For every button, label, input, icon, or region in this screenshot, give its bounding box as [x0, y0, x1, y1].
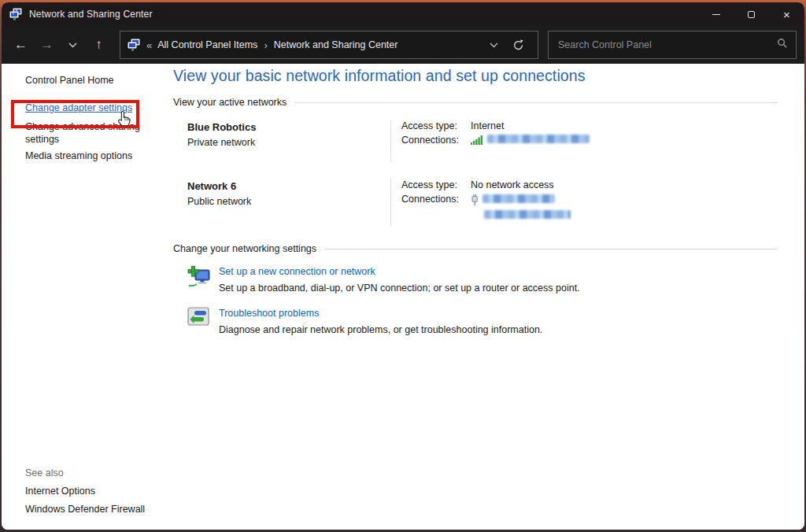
networking-settings-list: Set up a new connection or network Set u… [173, 264, 778, 335]
forward-button[interactable]: → [34, 31, 60, 58]
navigation-bar: ← → ↑ « All Control Panel Items [2, 26, 804, 64]
network-sharing-center-window: Network and Sharing Center × ← → ↑ [0, 0, 806, 532]
section-divider [324, 249, 778, 249]
search-box [548, 31, 797, 59]
access-type-label: Access type: [401, 179, 471, 190]
network-identity: Blue Robotics Private network [187, 120, 390, 162]
redacted-connection-name [484, 210, 571, 219]
network-details: Access type: No network access Connectio… [390, 179, 571, 227]
breadcrumb-collapse-chevron[interactable]: « [146, 39, 152, 51]
sidebar-item-windows-defender-firewall[interactable]: Windows Defender Firewall [25, 504, 145, 515]
access-type-value: No network access [471, 179, 571, 190]
sidebar: Control Panel Home Change adapter settin… [2, 64, 172, 530]
ethernet-icon [471, 194, 479, 209]
connection-link-redacted[interactable] [487, 135, 590, 146]
connections-label: Connections: [401, 194, 471, 205]
close-button[interactable]: × [769, 2, 804, 26]
troubleshoot-item: Troubleshoot problems Diagnose and repai… [187, 306, 778, 335]
see-also-section: See also Internet Options Windows Defend… [25, 467, 145, 522]
title-bar: Network and Sharing Center × [2, 2, 804, 26]
up-button[interactable]: ↑ [86, 31, 112, 58]
breadcrumb-app-icon [128, 39, 140, 51]
networking-settings-label: Change your networking settings [173, 243, 316, 254]
troubleshoot-icon [187, 306, 211, 335]
sidebar-item-media-streaming-options[interactable]: Media streaming options [25, 150, 172, 161]
setup-connection-description: Set up a broadband, dial-up, or VPN conn… [219, 283, 580, 294]
network-identity: Network 6 Public network [187, 179, 390, 227]
maximize-button[interactable] [734, 2, 769, 26]
setup-connection-icon [187, 264, 211, 294]
troubleshoot-link[interactable]: Troubleshoot problems [219, 308, 319, 319]
refresh-button[interactable] [505, 31, 531, 58]
minimize-button[interactable] [698, 2, 734, 26]
window-controls: × [698, 2, 804, 26]
setup-connection-link[interactable]: Set up a new connection or network [219, 266, 375, 277]
network-app-icon [9, 8, 22, 20]
redacted-connection-name [487, 135, 590, 143]
sidebar-item-change-adapter-settings[interactable]: Change adapter settings [25, 102, 172, 113]
recent-pages-dropdown[interactable] [60, 31, 86, 58]
connections-label: Connections: [401, 135, 471, 146]
sidebar-item-change-advanced-sharing-settings[interactable]: Change advanced sharing settings [25, 120, 143, 146]
network-type: Private network [187, 137, 390, 148]
network-name: Network 6 [187, 180, 390, 192]
access-type-label: Access type: [401, 120, 471, 131]
breadcrumb-separator-icon: › [264, 39, 267, 51]
see-also-label: See also [25, 467, 145, 478]
address-bar[interactable]: « All Control Panel Items › Network and … [120, 31, 538, 59]
page-title: View your basic network information and … [173, 67, 778, 85]
network-details: Access type: Internet Connections: [390, 120, 590, 162]
window-title: Network and Sharing Center [29, 9, 153, 20]
search-input[interactable] [558, 39, 777, 50]
connection-link-redacted[interactable] [482, 210, 571, 221]
sidebar-item-internet-options[interactable]: Internet Options [25, 486, 145, 497]
breadcrumb-item-network-sharing-center[interactable]: Network and Sharing Center [274, 39, 398, 50]
network-row-network-6: Network 6 Public network Access type: No… [187, 179, 778, 227]
network-name: Blue Robotics [187, 121, 390, 133]
active-networks-section-header: View your active networks [173, 97, 778, 108]
active-networks-list: Blue Robotics Private network Access typ… [173, 120, 778, 227]
setup-connection-item: Set up a new connection or network Set u… [187, 264, 778, 294]
networking-settings-section-header: Change your networking settings [173, 243, 778, 254]
window: Network and Sharing Center × ← → ↑ [2, 2, 804, 530]
active-networks-label: View your active networks [173, 97, 287, 108]
access-type-value: Internet [471, 120, 590, 131]
network-type: Public network [187, 196, 390, 207]
breadcrumb-item-all-control-panel-items[interactable]: All Control Panel Items [157, 39, 257, 50]
search-icon[interactable] [777, 38, 788, 52]
redacted-connection-name [482, 194, 555, 203]
section-divider [294, 102, 778, 103]
troubleshoot-description: Diagnose and repair network problems, or… [219, 324, 542, 335]
network-row-blue-robotics: Blue Robotics Private network Access typ… [187, 120, 778, 162]
connection-link-redacted[interactable] [482, 194, 571, 205]
window-body: Control Panel Home Change adapter settin… [2, 64, 804, 530]
sidebar-item-control-panel-home[interactable]: Control Panel Home [25, 75, 172, 86]
back-button[interactable]: ← [8, 31, 34, 58]
wifi-signal-icon [471, 135, 483, 147]
main-content: View your basic network information and … [172, 64, 804, 530]
address-dropdown-button[interactable] [482, 31, 505, 58]
